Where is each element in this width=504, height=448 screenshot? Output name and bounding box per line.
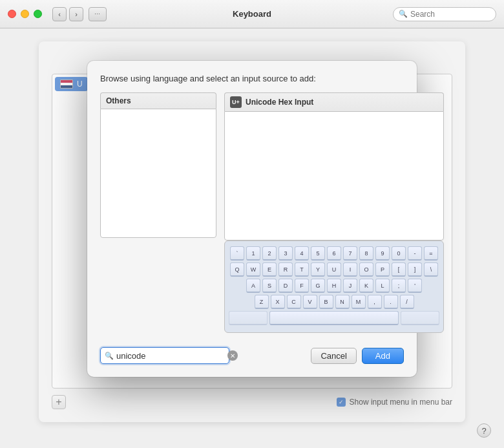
title-bar: ‹ › ⋯ Keyboard 🔍 — [0, 0, 504, 28]
kbd-h[interactable]: H — [327, 279, 341, 293]
kbd-apostrophe[interactable]: ' — [408, 279, 422, 293]
kbd-v[interactable]: V — [303, 295, 317, 309]
kbd-6[interactable]: 6 — [327, 246, 341, 261]
kbd-n[interactable]: N — [335, 295, 350, 309]
right-column-title: Unicode Hex Input — [246, 98, 313, 107]
modal-instruction: Browse using language and select an inpu… — [100, 74, 404, 83]
forward-button[interactable]: › — [69, 7, 83, 21]
kbd-m[interactable]: M — [352, 295, 366, 309]
kbd-u[interactable]: U — [327, 262, 341, 277]
kbd-lbracket[interactable]: [ — [392, 262, 406, 277]
show-menu-label: Show input menu in menu bar — [350, 398, 452, 407]
kbd-space[interactable] — [269, 311, 399, 325]
kbd-row-1: ` 1 2 3 4 5 6 7 8 9 0 - = — [229, 246, 439, 261]
kbd-1[interactable]: 1 — [246, 246, 260, 261]
kbd-7[interactable]: 7 — [343, 246, 357, 261]
kbd-fn2[interactable] — [401, 311, 439, 325]
bg-list-item: U — [55, 77, 88, 91]
kbd-semicolon[interactable]: ; — [392, 279, 406, 293]
kbd-row-5 — [229, 311, 439, 325]
title-bar-left: ‹ › ⋯ — [8, 7, 107, 21]
modal-search-input[interactable] — [116, 351, 225, 361]
right-column: U+ Unicode Hex Input ` 1 2 3 4 5 6 7 — [224, 92, 444, 338]
maximize-button[interactable] — [34, 10, 42, 18]
help-button[interactable]: ? — [477, 423, 491, 438]
us-flag-icon — [60, 80, 73, 89]
nav-buttons: ‹ › — [52, 7, 83, 21]
bg-list-item-label: U — [77, 80, 83, 89]
search-input[interactable] — [410, 10, 490, 19]
search-icon: 🔍 — [399, 10, 408, 18]
grid-button[interactable]: ⋯ — [89, 7, 107, 21]
right-column-header: U+ Unicode Hex Input — [224, 92, 444, 111]
kbd-5[interactable]: 5 — [311, 246, 325, 261]
add-source-button[interactable]: + — [52, 395, 66, 409]
kbd-0[interactable]: 0 — [392, 246, 406, 261]
kbd-period[interactable]: . — [384, 295, 398, 309]
kbd-rbracket[interactable]: ] — [408, 262, 422, 277]
kbd-y[interactable]: Y — [311, 262, 325, 277]
kbd-c[interactable]: C — [287, 295, 301, 309]
kbd-z[interactable]: Z — [255, 295, 269, 309]
kbd-row-3: A S D F G H J K L ; ' — [229, 279, 439, 293]
right-column-list[interactable] — [224, 111, 444, 240]
kbd-row-2: Q W E R T Y U I O P [ ] \ — [229, 262, 439, 277]
kbd-fn[interactable] — [229, 311, 268, 325]
search-bar[interactable]: 🔍 — [393, 7, 496, 21]
modal-dialog: Browse using language and select an inpu… — [87, 61, 417, 377]
kbd-equals[interactable]: = — [424, 246, 438, 261]
minimize-button[interactable] — [21, 10, 29, 18]
kbd-l[interactable]: L — [375, 279, 390, 293]
kbd-r[interactable]: R — [278, 262, 293, 277]
kbd-g[interactable]: G — [311, 279, 325, 293]
kbd-d[interactable]: D — [278, 279, 293, 293]
kbd-backtick[interactable]: ` — [230, 246, 244, 261]
kbd-minus[interactable]: - — [408, 246, 422, 261]
bg-bottom: + ✓ Show input menu in menu bar — [52, 395, 452, 409]
kbd-o[interactable]: O — [359, 262, 373, 277]
kbd-f[interactable]: F — [295, 279, 309, 293]
kbd-2[interactable]: 2 — [262, 246, 277, 261]
kbd-p[interactable]: P — [375, 262, 390, 277]
clear-search-button[interactable]: ✕ — [227, 350, 238, 361]
traffic-lights — [8, 10, 42, 18]
kbd-9[interactable]: 9 — [375, 246, 390, 261]
kbd-3[interactable]: 3 — [278, 246, 293, 261]
kbd-row-4: Z X C V B N M , . / — [229, 295, 439, 309]
kbd-q[interactable]: Q — [230, 262, 244, 277]
main-content: U + ✓ Show input menu in menu bar Browse… — [0, 28, 504, 448]
cancel-button[interactable]: Cancel — [311, 348, 356, 364]
kbd-j[interactable]: J — [343, 279, 357, 293]
keyboard-preview: ` 1 2 3 4 5 6 7 8 9 0 - = — [224, 240, 444, 333]
back-button[interactable]: ‹ — [52, 7, 67, 21]
kbd-x[interactable]: X — [271, 295, 285, 309]
window-title: Keyboard — [233, 9, 271, 19]
left-column-header: Others — [100, 92, 216, 109]
kbd-w[interactable]: W — [246, 262, 260, 277]
kbd-b[interactable]: B — [319, 295, 333, 309]
kbd-e[interactable]: E — [262, 262, 277, 277]
kbd-slash[interactable]: / — [400, 295, 414, 309]
show-menu-checkbox[interactable]: ✓ — [337, 398, 346, 407]
modal-search-wrap[interactable]: 🔍 ✕ — [100, 347, 229, 364]
modal-bottom: 🔍 ✕ Cancel Add — [100, 347, 404, 364]
left-column-list[interactable] — [100, 109, 216, 238]
kbd-i[interactable]: I — [343, 262, 357, 277]
kbd-t[interactable]: T — [295, 262, 309, 277]
show-menu-checkbox-row: ✓ Show input menu in menu bar — [337, 398, 452, 407]
modal-search-icon: 🔍 — [105, 352, 114, 360]
uplus-badge: U+ — [230, 96, 242, 108]
modal-columns: Others U+ Unicode Hex Input ` 1 2 3 — [100, 92, 404, 338]
kbd-comma[interactable]: , — [368, 295, 382, 309]
kbd-4[interactable]: 4 — [295, 246, 309, 261]
kbd-a[interactable]: A — [246, 279, 260, 293]
kbd-s[interactable]: S — [262, 279, 277, 293]
modal-buttons: Cancel Add — [311, 348, 404, 364]
close-button[interactable] — [8, 10, 16, 18]
kbd-8[interactable]: 8 — [359, 246, 373, 261]
kbd-k[interactable]: K — [359, 279, 373, 293]
add-button[interactable]: Add — [362, 348, 404, 364]
kbd-backslash[interactable]: \ — [424, 262, 438, 277]
left-column: Others — [100, 92, 216, 338]
